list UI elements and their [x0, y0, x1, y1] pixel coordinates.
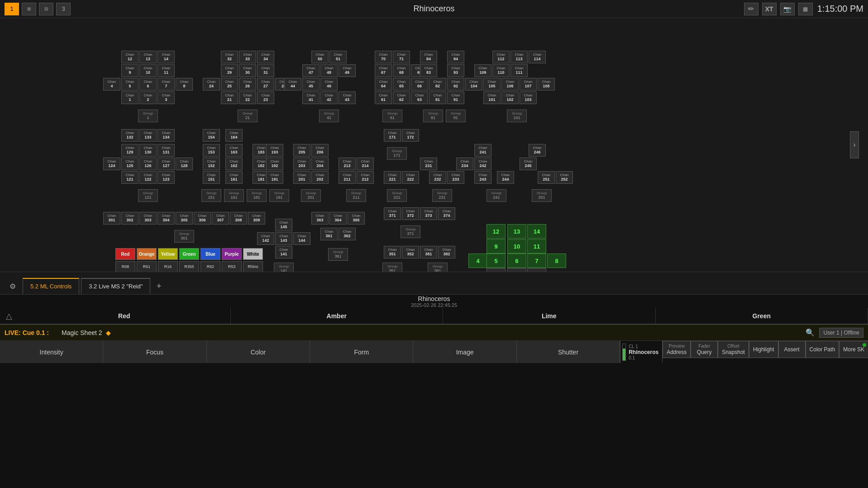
chan-btn-363[interactable]: Chan363	[311, 212, 329, 225]
chan-btn-122[interactable]: Chan122	[139, 171, 157, 184]
focus-palette-btn-3[interactable]: 3	[527, 268, 546, 272]
btn-intensity[interactable]: Intensity	[0, 341, 103, 363]
color-red[interactable]: Red	[115, 248, 135, 260]
chan-btn-10[interactable]: Chan10	[139, 64, 157, 77]
chan-btn-203[interactable]: Chan203	[293, 158, 310, 170]
fader-btn-preview[interactable]: Preview Address	[663, 341, 691, 358]
chan-btn-41[interactable]: Chan41	[302, 91, 320, 104]
chan-btn-252[interactable]: Chan252	[556, 171, 573, 184]
chan-btn-61[interactable]: Chan61	[375, 91, 392, 104]
chan-btn-22[interactable]: Chan22	[239, 91, 256, 104]
chan-btn-67[interactable]: Chan67	[375, 64, 392, 77]
chan-btn-111[interactable]: Chan111	[510, 64, 528, 77]
chan-btn-24[interactable]: Chan24	[203, 78, 220, 91]
group-btn-41[interactable]: Group41	[319, 110, 339, 122]
chan-btn-245[interactable]: Chan245	[520, 158, 537, 170]
chan-btn-374[interactable]: Chan374	[438, 207, 455, 220]
group-btn-121[interactable]: Group121	[138, 189, 158, 202]
focus-palette-btn-14[interactable]: 14	[527, 224, 546, 239]
focus-palette-btn-1[interactable]: 1	[486, 268, 506, 272]
group-btn-151[interactable]: Group151	[201, 189, 221, 202]
chan-btn-47[interactable]: Chan47	[302, 64, 320, 77]
chan-btn-144[interactable]: Chan144	[293, 232, 310, 245]
chan-btn-202[interactable]: Chan202	[311, 171, 329, 184]
chan-btn-102[interactable]: Chan102	[501, 91, 519, 104]
chan-btn-129[interactable]: Chan129	[121, 144, 138, 157]
fader-btn-moresk[interactable]: More SK	[839, 341, 868, 358]
chan-btn-242[interactable]: Chan242	[474, 158, 491, 170]
chan-btn-142[interactable]: Chan142	[257, 232, 274, 245]
chan-btn-92[interactable]: Chan92	[447, 78, 464, 91]
chan-btn-93[interactable]: Chan93	[447, 64, 464, 77]
group-btn-141[interactable]: Group141	[274, 263, 294, 272]
chan-btn-303[interactable]: Chan303	[139, 212, 157, 225]
view-btn-4[interactable]: 3	[56, 3, 71, 15]
group-btn-91[interactable]: Group91	[446, 110, 466, 122]
group-btn-381[interactable]: Group381	[428, 263, 448, 272]
chan-btn-233[interactable]: Chan233	[447, 171, 464, 184]
group-btn-251[interactable]: Group251	[532, 189, 552, 202]
color-r61[interactable]: R61	[137, 261, 157, 272]
chan-btn-213[interactable]: Chan213	[339, 158, 356, 170]
group-btn-181[interactable]: Group181	[247, 189, 267, 202]
chan-btn-164[interactable]: Chan164	[225, 129, 243, 142]
color-strip-green[interactable]: Green	[656, 308, 868, 324]
color-white[interactable]: White	[243, 248, 263, 260]
group-btn-1[interactable]: Group1	[138, 110, 158, 122]
btn-image[interactable]: Image	[413, 341, 516, 363]
chan-btn-172[interactable]: Chan172	[402, 129, 419, 142]
tab-ml-controls[interactable]: 5.2 ML Controls	[23, 278, 79, 294]
chan-btn-246[interactable]: Chan246	[529, 144, 546, 157]
chan-btn-241[interactable]: Chan241	[474, 144, 491, 157]
color-r82[interactable]: R82	[200, 261, 220, 272]
chan-btn-21[interactable]: Chan21	[221, 91, 238, 104]
chan-btn-9[interactable]: Chan9	[121, 64, 138, 77]
chan-btn-205[interactable]: Chan205	[293, 144, 310, 157]
chan-btn-204[interactable]: Chan204	[311, 158, 329, 170]
chan-btn-101[interactable]: Chan101	[483, 91, 501, 104]
chan-btn-81[interactable]: Chan81	[429, 91, 446, 104]
grid-icon[interactable]: ▦	[798, 3, 813, 15]
chan-btn-193[interactable]: Chan193	[266, 144, 283, 157]
chan-btn-133[interactable]: Chan133	[139, 129, 157, 142]
group-btn-81[interactable]: Group81	[423, 110, 443, 122]
focus-palette-btn-5[interactable]: 5	[486, 254, 506, 268]
chan-btn-12[interactable]: Chan12	[121, 51, 138, 63]
chan-btn-103[interactable]: Chan103	[520, 91, 537, 104]
group-btn-211[interactable]: Group211	[346, 189, 366, 202]
chan-btn-64[interactable]: Chan64	[375, 78, 392, 91]
chan-btn-114[interactable]: Chan114	[529, 51, 546, 63]
color-yellow[interactable]: Yellow	[158, 248, 178, 260]
chan-btn-66[interactable]: Chan66	[411, 78, 428, 91]
chan-btn-25[interactable]: Chan25	[221, 78, 238, 91]
chan-btn-83[interactable]: Chan83	[420, 64, 437, 77]
xt-icon[interactable]: XT	[762, 3, 777, 15]
chan-btn-152[interactable]: Chan152	[203, 158, 220, 170]
chan-btn-132[interactable]: Chan132	[121, 129, 138, 142]
chan-btn-361[interactable]: Chan361	[320, 228, 338, 240]
group-btn-361[interactable]: Group361	[328, 248, 348, 261]
camera-icon[interactable]: 📷	[780, 3, 795, 15]
chan-btn-62[interactable]: Chan62	[393, 91, 410, 104]
chan-btn-127[interactable]: Chan127	[157, 158, 175, 170]
fader-btn-colorpath[interactable]: Color Path	[806, 341, 839, 358]
color-strip-amber[interactable]: Amber	[231, 308, 444, 324]
chan-btn-33[interactable]: Chan33	[239, 51, 256, 63]
chan-btn-364[interactable]: Chan364	[329, 212, 347, 225]
color-r16[interactable]: R16	[158, 261, 178, 272]
chan-btn-4[interactable]: Chan4	[103, 78, 120, 91]
focus-palette-btn-4[interactable]: 4	[468, 254, 487, 268]
chan-btn-27[interactable]: Chan27	[257, 78, 274, 91]
group-btn-221[interactable]: Group221	[387, 189, 407, 202]
chan-btn-382[interactable]: Chan382	[438, 246, 455, 258]
chan-btn-26[interactable]: Chan26	[239, 78, 256, 91]
chan-btn-109[interactable]: Chan109	[474, 64, 491, 77]
chan-btn-6[interactable]: Chan6	[139, 78, 157, 91]
chan-btn-1[interactable]: Chan1	[121, 91, 138, 104]
focus-palette-btn-10[interactable]: 10	[507, 239, 526, 254]
chan-btn-91[interactable]: Chan91	[447, 91, 464, 104]
chan-btn-365[interactable]: Chan365	[348, 212, 365, 225]
chan-btn-134[interactable]: Chan134	[157, 129, 175, 142]
chan-btn-309[interactable]: Chan309	[248, 212, 265, 225]
chan-btn-351[interactable]: Chan351	[384, 246, 401, 258]
